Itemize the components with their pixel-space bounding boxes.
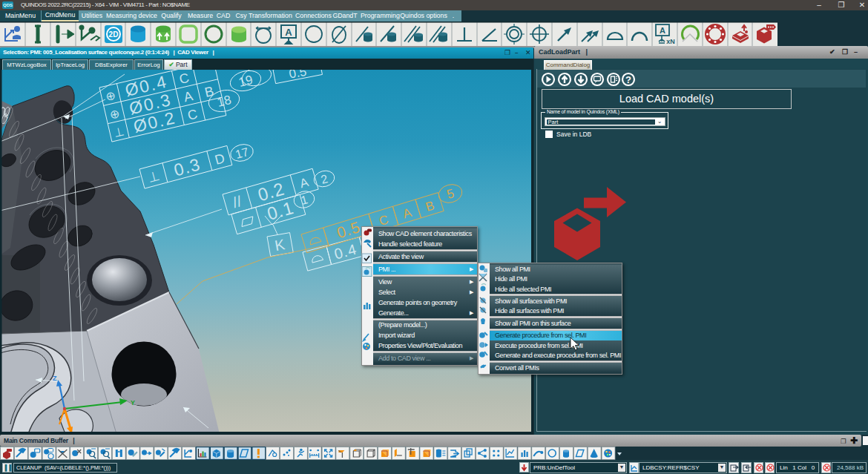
svg-text:A: A	[285, 27, 292, 38]
svg-text:xN: xN	[666, 38, 675, 45]
svg-text:2D: 2D	[109, 30, 119, 39]
svg-text:Y: Y	[131, 399, 135, 406]
svg-text:A: A	[660, 26, 665, 35]
svg-text:?: ?	[625, 74, 631, 85]
